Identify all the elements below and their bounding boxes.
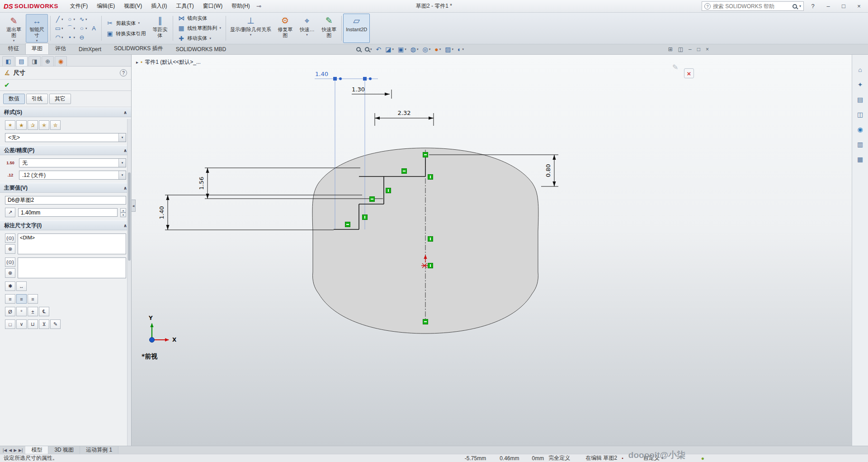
- prev-tab-button[interactable]: ◀: [9, 448, 12, 452]
- doc-minimize-icon[interactable]: –: [689, 46, 692, 52]
- file-explorer-button[interactable]: ◫: [855, 110, 866, 119]
- square-symbol-button[interactable]: □: [5, 319, 15, 329]
- point-tool-button[interactable]: •▾: [65, 33, 77, 42]
- menu-file[interactable]: 文件(F): [66, 0, 92, 12]
- repair-sketch-button[interactable]: ⚙ 修复草图: [274, 14, 296, 43]
- propertymanager-tab[interactable]: ▤: [15, 56, 28, 66]
- collapse-chevron-icon[interactable]: ∧: [123, 148, 127, 153]
- convert-entities-button[interactable]: ▣ 转换实体引用: [103, 29, 149, 38]
- search-icon[interactable]: [793, 4, 797, 9]
- chevron-down-icon[interactable]: ▾: [36, 38, 38, 43]
- spin-up-icon[interactable]: ▴: [120, 208, 126, 213]
- apply-scene-button[interactable]: ▨▾: [445, 46, 453, 53]
- degree-symbol-button[interactable]: °: [16, 307, 27, 316]
- section-view-button[interactable]: ◪▾: [385, 46, 394, 53]
- move-entities-button[interactable]: ✚ 移动实体 ▾: [175, 34, 225, 43]
- load-style-button[interactable]: ✮: [50, 120, 61, 130]
- chevron-down-icon[interactable]: ▾: [85, 27, 87, 30]
- display-style-button[interactable]: ◍▾: [410, 46, 419, 53]
- smart-dimension-button[interactable]: ↔ 智能尺寸 ▾: [26, 14, 48, 43]
- tab-value[interactable]: 数值: [3, 94, 25, 104]
- collapse-chevron-icon[interactable]: ∧: [123, 223, 127, 228]
- constraint-icon[interactable]: [370, 197, 375, 202]
- chevron-down-icon[interactable]: ▾: [13, 38, 15, 43]
- tab-motion-study[interactable]: 运动算例 1: [80, 446, 118, 454]
- menu-tools[interactable]: 工具(T): [172, 0, 198, 12]
- tab-other[interactable]: 其它: [49, 94, 71, 104]
- dim-text-paren-button-2[interactable]: (⊙): [5, 257, 15, 267]
- view-settings-button[interactable]: ◐▾: [458, 46, 464, 53]
- panel-help-button[interactable]: ?: [120, 69, 127, 76]
- featuremanager-tab[interactable]: ◧: [2, 56, 14, 66]
- dimension-value[interactable]: 1.40: [315, 71, 328, 77]
- view-palette-button[interactable]: ◉: [855, 124, 866, 134]
- tab-3d-views[interactable]: 3D 视图: [48, 446, 80, 454]
- chevron-down-icon[interactable]: ▾: [74, 18, 75, 21]
- chevron-down-icon[interactable]: ▾: [250, 33, 252, 37]
- constraint-icon[interactable]: [428, 175, 433, 180]
- chevron-down-icon[interactable]: ▾: [405, 46, 406, 53]
- tab-mbd[interactable]: SOLIDWORKS MBD: [170, 44, 232, 54]
- custom-symbol-button[interactable]: ✎: [50, 319, 61, 329]
- exit-sketch-button[interactable]: ✎ 退出草图 ▾: [3, 14, 25, 43]
- precision-select[interactable]: .12 (文件) ▾: [19, 171, 126, 180]
- maximize-button[interactable]: □: [837, 1, 850, 11]
- mirror-entities-button[interactable]: ⋈ 镜向实体: [175, 14, 225, 23]
- solidworks-resources-button[interactable]: ✦: [855, 80, 866, 90]
- panel-scrollbar-thumb[interactable]: [128, 172, 131, 261]
- chevron-down-icon[interactable]: ▾: [118, 171, 126, 179]
- dimension-text-area[interactable]: <DIM>: [18, 233, 126, 254]
- constraint-icon[interactable]: [345, 222, 350, 227]
- sketch-text-button[interactable]: A: [89, 24, 99, 33]
- constraint-icon[interactable]: [386, 188, 391, 193]
- zoom-fit-button[interactable]: [356, 47, 361, 52]
- chevron-down-icon[interactable]: ▾: [220, 26, 222, 30]
- chevron-down-icon[interactable]: ▾: [74, 36, 75, 39]
- more-symbols-button[interactable]: ✱: [5, 281, 15, 291]
- task-pane-home-button[interactable]: ⌂: [855, 65, 866, 75]
- rapid-sketch-button[interactable]: ✎ 快速草图: [318, 14, 340, 43]
- tab-evaluate[interactable]: 评估: [49, 43, 72, 54]
- justify-left-button[interactable]: ≡: [5, 294, 15, 304]
- dimension-value[interactable]: 1.40: [158, 206, 165, 219]
- dim-text-paren-button[interactable]: (⊙): [5, 233, 15, 243]
- menu-insert[interactable]: 插入(I): [146, 0, 171, 12]
- primary-value-group-header[interactable]: 主要值(V) ∧: [0, 183, 131, 193]
- tab-dimxpert[interactable]: DimXpert: [72, 44, 108, 54]
- tab-leaders[interactable]: 引线: [26, 94, 48, 104]
- menu-edit[interactable]: 编辑(E): [92, 0, 119, 12]
- chevron-down-icon[interactable]: ▾: [429, 46, 431, 53]
- chevron-down-icon[interactable]: ▾: [138, 21, 140, 25]
- apply-default-style-button[interactable]: ✶: [5, 120, 15, 130]
- style-select[interactable]: <无> ▾: [5, 133, 126, 142]
- chevron-down-icon[interactable]: ▾: [61, 27, 63, 30]
- justify-center-button[interactable]: ≡: [16, 294, 27, 304]
- customize-menu[interactable]: 自定义: [643, 454, 660, 462]
- ok-button[interactable]: ✔: [4, 81, 10, 89]
- trim-entities-button[interactable]: ✂ 剪裁实体 ▾: [103, 19, 149, 28]
- dimension-grip[interactable]: [369, 77, 372, 80]
- first-tab-button[interactable]: |◀: [3, 448, 7, 452]
- arc-tool-button[interactable]: ⌒▾: [65, 24, 77, 33]
- chevron-down-icon[interactable]: ▾: [392, 46, 394, 53]
- last-tab-button[interactable]: ▶|: [19, 448, 23, 452]
- zoom-area-button[interactable]: ▾: [365, 46, 372, 53]
- instant2d-toggle-button[interactable]: ▱ Instant2D: [343, 14, 370, 43]
- help-button[interactable]: ?: [807, 1, 819, 11]
- text-scale-button[interactable]: ↔: [16, 281, 27, 291]
- chevron-down-icon[interactable]: ▾: [417, 46, 419, 53]
- save-style-button[interactable]: ✭: [39, 120, 49, 130]
- rectangle-tool-button[interactable]: ▭▾: [53, 24, 65, 33]
- doc-restore-icon[interactable]: □: [697, 46, 700, 52]
- dimension-value-field[interactable]: [18, 208, 118, 217]
- chevron-down-icon[interactable]: ▾: [306, 33, 308, 37]
- display-delete-relations-button[interactable]: ⊥ 显示/删除几何关系 ▾: [227, 14, 274, 43]
- constraint-icon[interactable]: [363, 215, 368, 220]
- close-button[interactable]: ×: [853, 1, 865, 11]
- fillet-tool-button[interactable]: ◠▾: [53, 33, 65, 42]
- tab-addins[interactable]: SOLIDWORKS 插件: [108, 43, 170, 54]
- confirmation-cancel-button[interactable]: ×: [684, 68, 694, 78]
- override-value-button[interactable]: ↗: [5, 208, 15, 217]
- search-caret-icon[interactable]: ▾: [799, 4, 801, 8]
- tolerance-select[interactable]: 无 ▾: [19, 158, 126, 167]
